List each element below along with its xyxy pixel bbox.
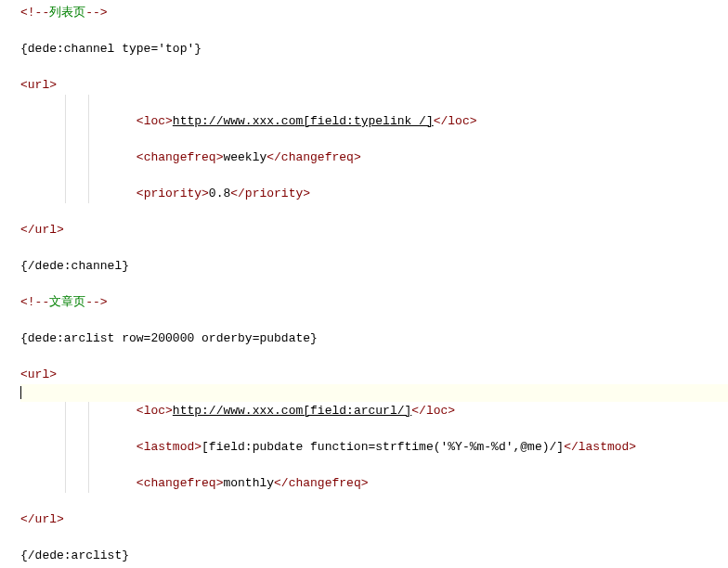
code-line[interactable] [20, 22, 728, 41]
code-token: --> [85, 295, 107, 309]
code-token: </changefreq> [266, 150, 360, 164]
code-token: http://www.xxx.com[field:typelink /] [173, 114, 434, 128]
code-line[interactable] [20, 276, 728, 294]
code-line[interactable]: <lastmod>[field:pubdate function=strftim… [20, 438, 728, 457]
code-token: <url> [20, 368, 57, 381]
code-line[interactable] [20, 167, 728, 186]
code-token: <changefreq> [136, 150, 224, 164]
code-token: </loc> [434, 114, 477, 128]
line-content [20, 530, 28, 545]
indent-guide [65, 148, 66, 167]
line-content [20, 313, 28, 328]
code-token: {/dede:channel} [20, 259, 129, 273]
code-line[interactable] [20, 529, 728, 548]
indent-guide [88, 402, 89, 420]
code-line[interactable]: <url> [20, 366, 728, 384]
code-line[interactable]: <changefreq>monthly</changefreq> [20, 474, 728, 493]
line-content: <loc>http://www.xxx.com[field:arcurl/]</… [20, 404, 455, 419]
code-line[interactable] [20, 95, 728, 113]
line-content [20, 277, 28, 291]
line-content [20, 385, 21, 400]
code-editor: <!--列表页--> {dede:channel type='top'} <ur… [0, 0, 728, 568]
code-token: 列表页 [49, 6, 85, 19]
line-content [20, 204, 28, 219]
code-token: [field:pubdate function=strftime('%Y-%m-… [202, 440, 564, 454]
line-content: <lastmod>[field:pubdate function=strftim… [20, 440, 636, 455]
code-line[interactable]: {dede:arclist row=200000 orderby=pubdate… [20, 329, 728, 348]
code-line[interactable]: </url> [20, 221, 728, 239]
code-line[interactable] [20, 384, 728, 403]
code-token: {dede:arclist row=200000 orderby=pubdate… [20, 331, 318, 345]
line-content: <!--文章页--> [20, 295, 108, 310]
indent-guide [88, 95, 89, 113]
code-token: 0.8 [209, 187, 230, 200]
indent-guide [65, 185, 66, 203]
code-line[interactable]: <!--文章页--> [20, 293, 728, 312]
code-token: </lastmod> [564, 440, 636, 454]
code-line[interactable] [20, 131, 728, 149]
code-line[interactable] [20, 420, 728, 439]
code-area[interactable]: <!--列表页--> {dede:channel type='top'} <ur… [11, 0, 728, 568]
indent-guide [65, 131, 66, 149]
code-token: <!-- [20, 6, 49, 19]
code-token: <url> [20, 78, 57, 92]
code-line[interactable] [20, 493, 728, 511]
code-token: {/dede:arclist} [20, 549, 129, 562]
code-token: {dede:channel type='top'} [20, 42, 202, 56]
indent-guide [65, 420, 66, 439]
indent-guide [88, 438, 89, 457]
code-line[interactable] [20, 348, 728, 367]
line-content: <changefreq>weekly</changefreq> [20, 150, 361, 165]
line-content [20, 494, 28, 509]
line-content [20, 349, 28, 364]
code-token: <priority> [136, 187, 209, 200]
code-line[interactable] [20, 239, 728, 258]
code-line[interactable]: <priority>0.8</priority> [20, 185, 728, 203]
code-token: <loc> [136, 404, 173, 418]
line-content: </url> [20, 223, 64, 238]
code-token: <!-- [20, 295, 49, 309]
code-token: --> [85, 6, 107, 19]
indent-guide [88, 167, 89, 186]
code-line[interactable]: {/dede:arclist} [20, 547, 728, 565]
code-line[interactable]: <loc>http://www.xxx.com[field:typelink /… [20, 112, 728, 131]
indent-guide [88, 457, 89, 475]
code-token: </changefreq> [274, 476, 368, 490]
text-cursor [20, 386, 21, 399]
code-token: 文章页 [49, 295, 85, 309]
line-content [20, 23, 28, 38]
code-token: weekly [223, 150, 266, 164]
code-token: </url> [20, 512, 64, 526]
code-line[interactable]: <loc>http://www.xxx.com[field:arcurl/]</… [20, 402, 728, 420]
code-token: </loc> [411, 404, 455, 418]
code-token: <lastmod> [136, 440, 202, 454]
code-line[interactable]: {dede:channel type='top'} [20, 40, 728, 58]
indent-guide [65, 112, 66, 131]
code-line[interactable]: <!--列表页--> [20, 4, 728, 22]
line-content [20, 59, 28, 74]
line-content: {/dede:arclist} [20, 549, 129, 563]
code-token: </url> [20, 223, 64, 237]
indent-guide [88, 185, 89, 203]
code-line[interactable] [20, 457, 728, 475]
code-token: <changefreq> [136, 476, 224, 490]
indent-guide [65, 402, 66, 420]
line-content [20, 458, 28, 472]
code-token: </priority> [230, 187, 310, 200]
indent-guide [65, 167, 66, 186]
code-line[interactable]: </url> [20, 510, 728, 529]
indent-guide [65, 438, 66, 457]
line-content: {dede:arclist row=200000 orderby=pubdate… [20, 331, 318, 346]
code-line[interactable] [20, 58, 728, 77]
line-content: <url> [20, 368, 57, 382]
code-line[interactable]: <changefreq>weekly</changefreq> [20, 148, 728, 167]
code-line[interactable] [20, 312, 728, 330]
code-line[interactable] [20, 203, 728, 222]
code-line[interactable]: {/dede:channel} [20, 257, 728, 276]
indent-guide [88, 131, 89, 149]
gutter [0, 0, 11, 568]
indent-guide [65, 474, 66, 493]
code-token: monthly [223, 476, 274, 490]
line-content: <!--列表页--> [20, 6, 108, 20]
code-line[interactable]: <url> [20, 76, 728, 95]
